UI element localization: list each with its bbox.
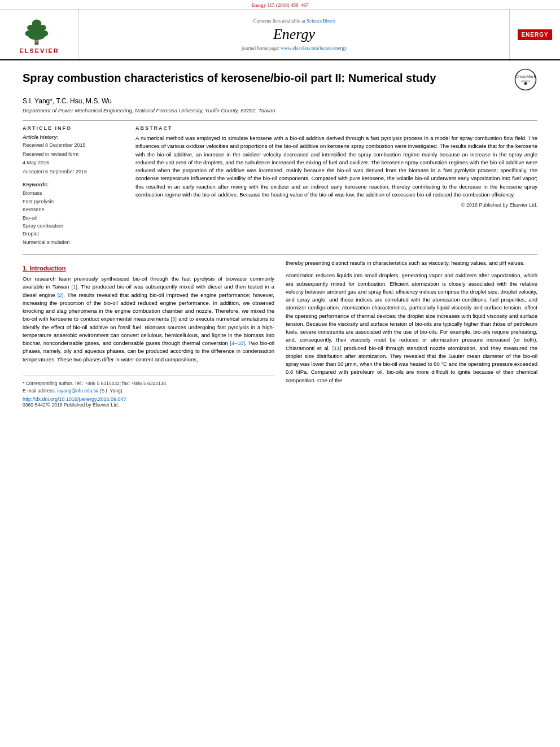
journal-header: ELSEVIER Contents lists available at Sci…	[0, 10, 560, 60]
abstract-col: ABSTRACT A numerical method was employed…	[135, 125, 537, 246]
science-direct-line: Contents lists available at ScienceDirec…	[253, 18, 335, 24]
ref-3: [3]	[170, 316, 177, 322]
keyword-numerical: Numerical simulation	[23, 238, 124, 246]
svg-point-7	[38, 24, 46, 30]
article-main: Spray combustion characteristics of kero…	[0, 60, 560, 418]
title-row: Spray combustion characteristics of kero…	[23, 71, 537, 93]
keyword-biomass: Biomass	[23, 189, 124, 197]
keyword-fastpyrolysis: Fast pyrolysis	[23, 198, 124, 206]
journal-name: Energy	[273, 26, 315, 43]
article-info-heading: ARTICLE INFO	[23, 125, 124, 131]
elsevier-label: ELSEVIER	[19, 47, 59, 54]
intro-para-left: Our research team previously synthesized…	[23, 275, 274, 364]
article-title: Spray combustion characteristics of kero…	[23, 71, 508, 85]
article-info-abstract: ARTICLE INFO Article history: Received 8…	[23, 125, 537, 246]
keywords-section: Keywords: Biomass Fast pyrolysis Kerosen…	[23, 182, 124, 246]
elsevier-tree-icon	[20, 15, 59, 46]
doi-link[interactable]: http://dx.doi.org/10.1016/j.energy.2016.…	[23, 396, 274, 402]
revised-date: 4 May 2016	[23, 159, 124, 167]
ref-1: [1]	[71, 283, 77, 290]
svg-point-9	[515, 69, 536, 90]
footnote-star-text: * Corresponding author. Tel.: +886 5 631…	[23, 381, 167, 386]
keyword-biooil: Bio-oil	[23, 214, 124, 222]
abstract-text: A numerical method was employed to simul…	[135, 134, 537, 199]
article-history-label: Article history:	[23, 134, 124, 140]
body-right-col: thereby presenting distinct results in c…	[286, 259, 537, 408]
intro-para-right-2: Atomization reduces liquids into small d…	[286, 272, 537, 385]
crossmark-badge: CrossMark	[514, 68, 537, 93]
authors-text: S.I. Yang*, T.C. Hsu, M.S. Wu	[23, 97, 112, 105]
issn-text: 0360-5442/© 2016 Published by Elsevier L…	[23, 402, 274, 408]
science-direct-link[interactable]: ScienceDirect	[307, 18, 335, 24]
affiliation: Department of Power Mechanical Engineeri…	[23, 107, 537, 113]
email-link[interactable]: iuyang@nfu.edu.tw	[57, 388, 98, 394]
journal-homepage: journal homepage: www.elsevier.com/locat…	[242, 45, 347, 51]
article-info-col: ARTICLE INFO Article history: Received 8…	[23, 125, 124, 246]
elsevier-logo: ELSEVIER	[19, 15, 59, 54]
svg-point-5	[38, 30, 48, 37]
keyword-kerosene: Kerosene	[23, 206, 124, 213]
ref-11: [11]	[333, 345, 342, 351]
footnote-corresponding: * Corresponding author. Tel.: +886 5 631…	[23, 380, 274, 387]
svg-point-4	[25, 30, 34, 37]
svg-point-11	[524, 82, 527, 85]
keyword-droplet: Droplet	[23, 230, 124, 238]
homepage-link[interactable]: www.elsevier.com/locate/energy	[281, 45, 347, 51]
ref-2: [2]	[58, 292, 64, 298]
ref-4-10: [4–10]	[230, 340, 244, 346]
journal-logo-right: ENERGY	[509, 10, 560, 59]
section-title-text: Introduction	[29, 265, 65, 272]
keyword-spray: Spray combustion	[23, 222, 124, 230]
citation-bar: Energy 115 (2016) 458–467	[0, 0, 560, 10]
intro-title: 1. Introduction	[23, 265, 274, 272]
authors-line: S.I. Yang*, T.C. Hsu, M.S. Wu	[23, 97, 537, 105]
revised-label: Received in revised form	[23, 151, 124, 158]
svg-point-8	[35, 40, 38, 42]
received-date: Received 8 December 2015	[23, 142, 124, 149]
email-suffix: (S.I. Yang).	[100, 388, 124, 394]
energy-logo: ENERGY	[518, 29, 552, 40]
header-center: Contents lists available at ScienceDirec…	[79, 10, 509, 59]
footnote-email: E-mail address: iuyang@nfu.edu.tw (S.I. …	[23, 387, 274, 395]
svg-point-6	[27, 24, 35, 30]
body-left-col: 1. Introduction Our research team previo…	[23, 259, 274, 408]
svg-text:CrossMark: CrossMark	[515, 74, 536, 79]
body-content: 1. Introduction Our research team previo…	[23, 259, 537, 408]
copyright-text: © 2016 Published by Elsevier Ltd.	[135, 202, 537, 208]
email-label: E-mail address:	[23, 388, 56, 394]
divider-1	[23, 120, 537, 121]
abstract-heading: ABSTRACT	[135, 125, 537, 131]
accepted-date: Accepted 6 September 2016	[23, 168, 124, 176]
footer-section: * Corresponding author. Tel.: +886 5 631…	[23, 375, 274, 408]
elsevier-logo-section: ELSEVIER	[0, 10, 79, 59]
section-number: 1.	[23, 265, 28, 272]
keywords-label: Keywords:	[23, 182, 124, 187]
intro-para-right-1: thereby presenting distinct results in c…	[286, 259, 537, 267]
citation-text: Energy 115 (2016) 458–467	[251, 2, 308, 8]
divider-2	[23, 254, 537, 255]
